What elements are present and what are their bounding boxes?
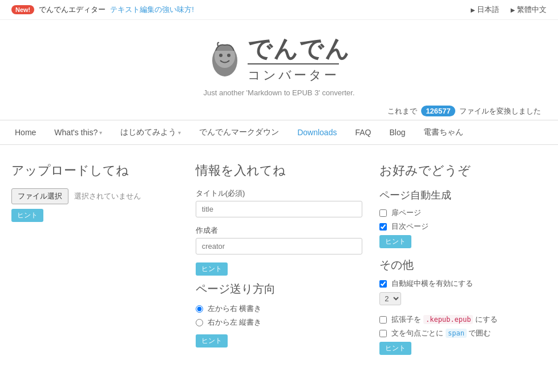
- auto-page-hint-button[interactable]: ヒント: [379, 235, 411, 248]
- counter-value: 126577: [421, 106, 455, 116]
- chevron-down-icon: ▾: [99, 130, 102, 136]
- info-section: 情報を入れてね タイトル(必須) 作成者 ヒント ページ送り方向 左から右 横書…: [196, 162, 363, 355]
- vertical-select[interactable]: 1 2 3 4: [379, 292, 401, 305]
- direction-ltr-radio[interactable]: [196, 305, 203, 313]
- options-section: お好みでどうぞ ページ自動生成 扉ページ 目次ページ ヒント その他 自動縦中横…: [379, 162, 547, 355]
- select-wrapper: 1 2 3 4: [379, 292, 547, 310]
- nav-blog[interactable]: Blog: [380, 121, 414, 144]
- lang-zh[interactable]: 繁體中文: [511, 5, 547, 15]
- direction-radio-group: 左から右 横書き 右から左 縦書き: [196, 304, 363, 328]
- checkbox-mokuji[interactable]: 目次ページ: [379, 221, 547, 232]
- upload-section: アップロードしてね ファイル選択 選択されていません ヒント: [11, 162, 179, 355]
- svg-point-3: [227, 54, 231, 57]
- promo-link[interactable]: テキスト編集の強い味方!: [110, 5, 194, 15]
- vertical-checkbox[interactable]: [379, 280, 387, 288]
- counter-bar: これまで 126577 ファイルを変換しました: [0, 103, 558, 120]
- nav-downloads[interactable]: Downloads: [288, 121, 346, 144]
- title-label: タイトル(必須): [196, 188, 363, 199]
- creator-field-group: 作成者: [196, 225, 363, 254]
- options-title: お好みでどうぞ: [379, 162, 547, 179]
- svg-point-2: [219, 54, 223, 57]
- auto-page-subsection: ページ自動生成 扉ページ 目次ページ ヒント: [379, 188, 547, 248]
- nav-faq[interactable]: FAQ: [346, 121, 380, 144]
- kepub-checkbox[interactable]: [379, 316, 387, 324]
- info-title: 情報を入れてね: [196, 162, 363, 179]
- nav-whats-this[interactable]: What's this? ▾: [45, 121, 111, 144]
- counter-label-after: ファイルを変換しました: [459, 107, 541, 115]
- file-input-row: ファイル選択 選択されていません: [11, 188, 179, 204]
- mascot-icon: [208, 41, 242, 80]
- other-title: その他: [379, 257, 547, 273]
- file-select-button[interactable]: ファイル選択: [11, 188, 68, 204]
- direction-rtl-radio[interactable]: [196, 319, 203, 326]
- page-direction-title: ページ送り方向: [196, 281, 363, 297]
- mokuji-checkbox[interactable]: [379, 223, 387, 231]
- language-switcher: 日本語 繁體中文: [471, 5, 547, 15]
- nav-home[interactable]: Home: [6, 121, 45, 144]
- promo-area: New! でんでんエディター テキスト編集の強い味方!: [11, 5, 194, 15]
- logo-title: でんでん: [248, 37, 350, 61]
- direction-hint-button[interactable]: ヒント: [196, 334, 228, 347]
- info-hint-button[interactable]: ヒント: [196, 262, 228, 276]
- upload-title: アップロードしてね: [11, 162, 179, 179]
- file-status: 選択されていません: [74, 191, 141, 201]
- chevron-down-icon: ▾: [178, 130, 181, 136]
- auto-page-title: ページ自動生成: [379, 188, 547, 202]
- nav-hajimete[interactable]: はじめてみよう ▾: [111, 120, 190, 144]
- checkbox-tobira[interactable]: 扉ページ: [379, 208, 547, 218]
- options-hint-button[interactable]: ヒント: [379, 342, 411, 355]
- main-content: アップロードしてね ファイル選択 選択されていません ヒント 情報を入れてね タ…: [0, 145, 558, 372]
- new-badge: New!: [11, 5, 34, 14]
- checkbox-vertical[interactable]: 自動縦中横を有効にする: [379, 278, 547, 289]
- logo-text: でんでん コンバーター: [248, 37, 350, 84]
- tobira-checkbox[interactable]: [379, 209, 387, 217]
- main-nav: Home What's this? ▾ はじめてみよう ▾ でんでんマークダウン…: [0, 120, 558, 145]
- checkbox-span[interactable]: 文を句点ごとに span で囲む: [379, 328, 547, 338]
- creator-label: 作成者: [196, 225, 363, 236]
- direction-rtl[interactable]: 右から左 縦書き: [196, 317, 363, 328]
- span-code: span: [446, 329, 467, 338]
- direction-ltr[interactable]: 左から右 横書き: [196, 304, 363, 314]
- site-header: でんでん コンバーター Just another 'Markdown to EP…: [0, 20, 558, 103]
- title-input[interactable]: [196, 201, 363, 217]
- promo-text: でんでんエディター: [39, 5, 106, 15]
- span-checkbox[interactable]: [379, 330, 387, 337]
- kepub-code: .kepub.epub: [423, 315, 473, 324]
- logo: でんでん コンバーター: [0, 37, 558, 84]
- counter-label-before: これまで: [387, 107, 417, 115]
- title-field-group: タイトル(必須): [196, 188, 363, 217]
- logo-subtitle: コンバーター: [248, 63, 339, 84]
- tagline: Just another 'Markdown to EPUB 3' conver…: [0, 88, 558, 97]
- nav-denden-markdown[interactable]: でんでんマークダウン: [190, 120, 288, 144]
- top-bar: New! でんでんエディター テキスト編集の強い味方! 日本語 繁體中文: [0, 0, 558, 20]
- creator-input[interactable]: [196, 238, 363, 254]
- nav-densho[interactable]: 電書ちゃん: [414, 120, 472, 144]
- checkbox-kepub[interactable]: 拡張子を .kepub.epub にする: [379, 314, 547, 325]
- lang-ja[interactable]: 日本語: [471, 5, 499, 15]
- upload-hint-button[interactable]: ヒント: [11, 209, 43, 222]
